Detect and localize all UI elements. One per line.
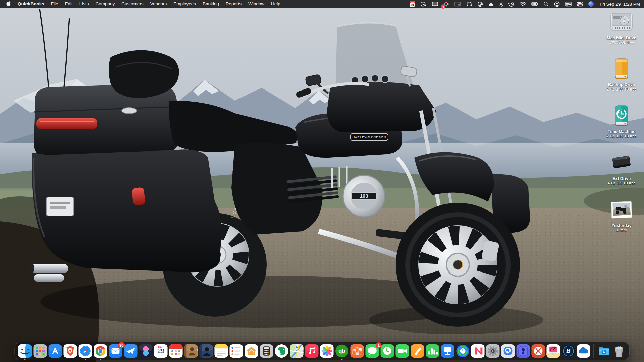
dock-item-numbers[interactable] (426, 344, 440, 358)
dock-item-system-settings[interactable] (486, 344, 500, 358)
dock-item-music[interactable] (305, 344, 319, 358)
display-icon[interactable] (432, 0, 438, 8)
airplay-icon[interactable] (477, 0, 483, 8)
dock-item-fantastical[interactable] (169, 344, 183, 358)
menu-lists[interactable]: Lists (76, 0, 92, 8)
menu-reports[interactable]: Reports (222, 0, 245, 8)
dock-item-pages[interactable] (411, 344, 425, 358)
desktop-icon-time-machine[interactable]: Time Machine 2 TB, 1.59 TB free (600, 105, 643, 138)
battery-meter-icon[interactable] (531, 0, 538, 8)
desktop-icon-backup-drive[interactable]: Backup Drive 2 TB, 1.99 TB free (600, 58, 643, 91)
update-count-badge: 4 (441, 4, 445, 9)
dock-item-cleanmymac[interactable] (546, 344, 560, 358)
clock-lock-icon[interactable] (420, 0, 427, 8)
dock-item-downloads[interactable] (597, 344, 611, 358)
menu-file[interactable]: File (48, 0, 62, 8)
dock-item-reminders[interactable] (229, 344, 244, 358)
user-account-icon[interactable] (554, 0, 560, 8)
dock-item-mail[interactable]: 90 (109, 344, 123, 358)
desktop-icon-yesterday[interactable]: Yesterday 1 item (600, 198, 643, 232)
running-indicator (85, 359, 86, 360)
dock-item-app-store[interactable] (48, 344, 62, 358)
dock-item-onedrive[interactable] (577, 344, 591, 358)
bartender-glyph: B (561, 344, 576, 358)
dock-item-whatsapp[interactable] (380, 344, 394, 358)
dock-item-news[interactable] (471, 344, 485, 358)
whatsapp-icon (380, 344, 394, 358)
dock-item-safari[interactable] (78, 344, 93, 358)
dock-item-home[interactable] (245, 344, 259, 358)
dock-item-launchpad[interactable] (33, 344, 47, 358)
wifi-icon[interactable] (520, 0, 526, 8)
desktop-icon-mac-mini-drive[interactable]: Mac Mini Drive 139.35 GB free (600, 11, 643, 44)
menu-quickbooks[interactable]: QuickBooks (14, 0, 48, 8)
menu-vendors[interactable]: Vendors (147, 0, 170, 8)
shortcuts-icon (139, 344, 153, 358)
app-store-icon (48, 344, 62, 358)
dock-item-trash[interactable] (612, 344, 626, 358)
calendar-date-icon[interactable]: FRI29 (410, 0, 415, 8)
dock-item-shortcuts[interactable] (139, 344, 153, 358)
dock-item-calendar[interactable]: SEP29 (154, 344, 168, 358)
menu-clock[interactable]: Fri Sep 29 1:28 PM (600, 2, 640, 7)
keynote-icon (441, 344, 455, 358)
setapp-icon[interactable]: 4 (443, 0, 449, 8)
menu-banking[interactable]: Banking (199, 0, 222, 8)
dock-item-finder[interactable] (18, 344, 32, 358)
dock-item-calculator[interactable] (260, 344, 274, 358)
downloads-icon (597, 344, 611, 358)
dock-item-remote-desktop[interactable] (531, 344, 545, 358)
menu-customers[interactable]: Customers (118, 0, 147, 8)
system-settings-icon (486, 344, 500, 358)
dock-item-address-book[interactable] (199, 344, 213, 358)
dock-item-keynote[interactable] (441, 344, 455, 358)
brave-icon (63, 344, 77, 358)
eject-icon[interactable] (488, 0, 494, 8)
dock-item-spark[interactable] (124, 344, 138, 358)
time-machine-icon[interactable] (508, 0, 514, 8)
notes-window-icon[interactable] (565, 0, 572, 8)
dock-separator (594, 344, 594, 358)
dock-item-bartender[interactable]: B (561, 344, 576, 358)
dock-item-quickbooks[interactable]: qb (335, 344, 349, 358)
headphones-icon[interactable] (466, 0, 472, 8)
dock-item-maps[interactable] (290, 344, 304, 358)
dock-item-facetime[interactable] (395, 344, 410, 358)
menu-help[interactable]: Help (268, 0, 284, 8)
dock-item-password-keyhole[interactable] (516, 344, 530, 358)
dock-item-one-password[interactable] (501, 344, 515, 358)
menu-calendar-icon: FRI29 (410, 1, 415, 7)
apple-menu[interactable] (4, 1, 14, 8)
tank-badge-text: HARLEY-DAVIDSON (352, 135, 386, 139)
menu-window[interactable]: Window (245, 0, 268, 8)
dock-item-recycle-clock[interactable] (456, 344, 470, 358)
menu-status-area: FRI294 Fri Sep 29 1:28 PM (410, 0, 640, 8)
dock-item-evernote[interactable] (275, 344, 289, 358)
bluetooth-icon[interactable] (499, 0, 503, 8)
safari-icon (78, 344, 93, 358)
siri-icon[interactable] (588, 0, 594, 8)
desktop-icon-ext-drive[interactable]: Ext Drive 4 TB, 3.9 TB free (600, 152, 643, 185)
fantastical-icon (169, 344, 183, 358)
dock-item-notes[interactable] (214, 344, 228, 358)
pip-icon[interactable] (454, 0, 461, 8)
dock-item-photos[interactable] (320, 344, 334, 358)
dock-item-contacts[interactable] (184, 344, 198, 358)
dock-item-brave[interactable] (63, 344, 77, 358)
menu-company[interactable]: Company (92, 0, 118, 8)
one-password-icon (501, 344, 515, 358)
dock-item-messages[interactable]: 1 (365, 344, 379, 358)
calculator-icon (260, 344, 274, 358)
spotlight-icon[interactable] (543, 0, 549, 8)
pages-icon (411, 344, 425, 358)
menu-employees[interactable]: Employees (170, 0, 199, 8)
maps-icon (290, 344, 304, 358)
running-indicator (24, 359, 26, 360)
dock-item-chrome[interactable] (94, 344, 108, 358)
control-center-icon[interactable] (577, 0, 583, 8)
recycle-clock-icon (456, 344, 470, 358)
internal-drive-icon (608, 11, 635, 35)
menu-edit[interactable]: Edit (62, 0, 76, 8)
desktop-icon-sublabel: 4 TB, 3.9 TB free (608, 181, 635, 185)
dock-item-coins-finance[interactable] (350, 344, 364, 358)
